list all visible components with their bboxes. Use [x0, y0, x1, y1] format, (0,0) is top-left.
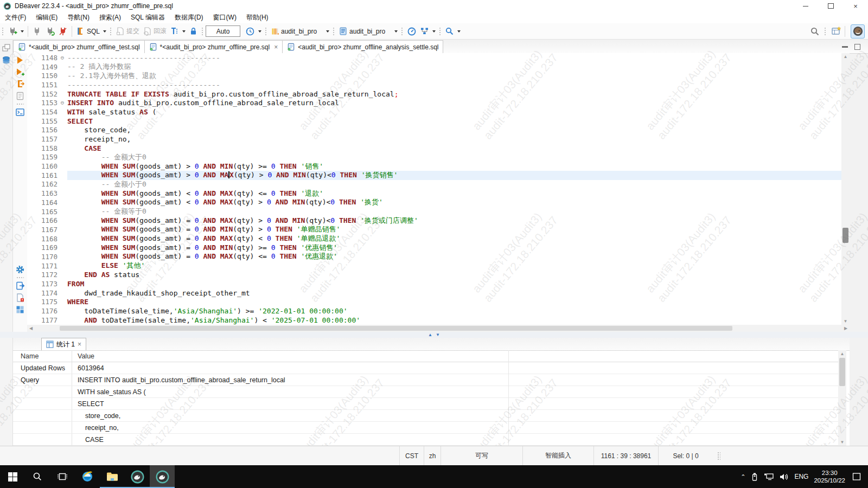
transaction-mode-button[interactable] [168, 25, 181, 37]
save-error-doc-icon[interactable] [15, 293, 25, 303]
fold-marker-icon[interactable]: ⊖ [58, 99, 67, 106]
line-number[interactable]: 1152 [27, 90, 58, 98]
line-number[interactable]: 1173 [27, 280, 58, 288]
usb-tray-icon[interactable] [751, 472, 758, 481]
autocommit-combo[interactable]: Auto [206, 25, 240, 37]
code-line-1154[interactable]: 1154WITH sale_status AS ( [27, 107, 841, 117]
scroll-down-arrow[interactable]: ▼ [841, 318, 850, 325]
line-number[interactable]: 1168 [27, 235, 58, 243]
menu-item-2[interactable]: 导航(N) [62, 12, 94, 23]
col-value[interactable]: Value [72, 350, 838, 362]
sql-code-editor[interactable]: 1148⊖-----------------------------------… [27, 53, 841, 325]
window-close-button[interactable]: × [843, 0, 868, 12]
line-number[interactable]: 1169 [27, 243, 58, 252]
line-number[interactable]: 1148 [27, 54, 58, 62]
fold-marker-icon[interactable]: ⊖ [58, 54, 67, 61]
code-line-1165[interactable]: 1165 -- 金额等于0 [27, 207, 841, 216]
settings-gear-icon[interactable] [15, 265, 25, 274]
editor-tab-2[interactable]: <audit_bi_pro> zhumr_offline_analysis_se… [282, 40, 443, 53]
statusbar-segment-3[interactable]: 智能插入 [522, 446, 593, 465]
sql-editor-dropdown[interactable] [103, 30, 106, 33]
line-number[interactable]: 1149 [27, 63, 58, 71]
code-line-1149[interactable]: 1149-- 2 插入海外数据 [27, 62, 841, 72]
scrollbar-thumb[interactable] [60, 326, 732, 331]
start-button[interactable] [0, 465, 25, 488]
user-avatar-button[interactable] [851, 24, 865, 38]
execution-plan-button[interactable] [418, 25, 431, 37]
code-line-1171[interactable]: 1171 ELSE '其他' [27, 261, 841, 271]
line-number[interactable]: 1172 [27, 271, 58, 279]
ie-button[interactable] [75, 465, 100, 488]
line-number[interactable]: 1167 [27, 226, 58, 234]
menu-item-0[interactable]: 文件(F) [0, 12, 31, 23]
find-dropdown[interactable] [457, 30, 461, 33]
code-line-1176[interactable]: 1176 toDateTime(sale_time,'Asia/Shanghai… [27, 306, 841, 316]
new-connection-button[interactable] [6, 25, 19, 37]
line-number[interactable]: 1164 [27, 198, 58, 207]
scroll-up-arrow[interactable]: ▲ [841, 53, 850, 60]
scrollbar-thumb[interactable] [843, 228, 848, 243]
taskbar-clock[interactable]: 23:30 2025/10/22 [814, 469, 845, 484]
editor-tab-0[interactable]: *<audit_bi_pro> zhumr_offline_test.sql [13, 40, 145, 53]
tab-statistics[interactable]: 统计 1 × [41, 338, 86, 350]
code-line-1166[interactable]: 1166 WHEN SUM(goods_amt) = 0 AND MAX(qty… [27, 216, 841, 225]
line-number[interactable]: 1162 [27, 180, 58, 188]
menu-item-5[interactable]: 数据库(D) [170, 12, 208, 23]
action-center-button[interactable] [851, 471, 863, 483]
dbeaver-taskbar-button[interactable] [125, 465, 150, 488]
restore-pane-icon[interactable] [2, 43, 11, 53]
input-language-indicator[interactable]: ENG [794, 473, 808, 480]
connection-selector[interactable]: audit_bi_pro [269, 26, 318, 37]
quick-search-icon[interactable] [810, 27, 820, 36]
line-number[interactable]: 1156 [27, 126, 58, 134]
line-number[interactable]: 1154 [27, 108, 58, 116]
dashboard-button[interactable] [405, 25, 418, 37]
connect-button[interactable] [30, 25, 43, 37]
scroll-up-arrow[interactable]: ▲ [838, 350, 846, 357]
code-line-1151[interactable]: 1151------------------------------------ [27, 80, 841, 89]
statusbar-segment-5[interactable]: Sel: 0 | 0 [658, 446, 713, 465]
code-line-1162[interactable]: 1162 -- 金额小于0 [27, 180, 841, 189]
line-number[interactable]: 1171 [27, 262, 58, 270]
taskbar-search-button[interactable] [25, 465, 50, 488]
commit-button[interactable]: 提交 [114, 25, 141, 37]
sash-down-arrow[interactable]: ▼ [436, 333, 440, 337]
lock-button[interactable] [187, 25, 200, 37]
stats-row-2[interactable]: WITH sale_status AS ( [13, 386, 838, 398]
close-tab-icon[interactable]: × [274, 43, 278, 51]
code-line-1160[interactable]: 1160 WHEN SUM(goods_amt) > 0 AND MIN(qty… [27, 162, 841, 171]
sash-up-arrow[interactable]: ▲ [428, 333, 432, 337]
execute-script-icon[interactable] [15, 79, 25, 89]
stats-row-5[interactable]: receipt_no, [13, 422, 838, 434]
transaction-dropdown[interactable] [182, 30, 186, 33]
line-number[interactable]: 1176 [27, 307, 58, 315]
terminal-icon[interactable] [15, 107, 25, 117]
line-number[interactable]: 1153 [27, 99, 58, 107]
line-number[interactable]: 1170 [27, 253, 58, 261]
network-tray-icon[interactable] [764, 473, 774, 481]
code-line-1177[interactable]: 1177 AND toDateTime(sale_time,'Asia/Shan… [27, 316, 841, 325]
code-line-1167[interactable]: 1167 WHEN SUM(goods_amt) = 0 AND MIN(qty… [27, 225, 841, 234]
disconnect-button[interactable] [56, 25, 69, 37]
grid-icon[interactable] [15, 305, 25, 314]
new-connection-dropdown[interactable] [21, 30, 24, 33]
line-number[interactable]: 1161 [27, 171, 58, 179]
volume-tray-icon[interactable] [779, 473, 789, 481]
statusbar-segment-1[interactable]: zh [424, 446, 441, 465]
editor-horizontal-scrollbar[interactable]: ◀ ▶ [27, 325, 850, 332]
code-line-1152[interactable]: 1152TRUNCATE TABLE IF EXISTS audit_bi_pr… [27, 89, 841, 99]
history-button[interactable] [244, 25, 257, 37]
window-maximize-button[interactable] [818, 0, 843, 12]
menu-item-4[interactable]: SQL 编辑器 [126, 12, 170, 23]
panel-maximize-button[interactable] [854, 44, 860, 50]
menu-item-6[interactable]: 窗口(W) [208, 12, 241, 23]
code-line-1172[interactable]: 1172 END AS status [27, 271, 841, 280]
code-line-1148[interactable]: 1148⊖-----------------------------------… [27, 53, 841, 62]
editor-vertical-scrollbar[interactable]: ▲ ▼ [841, 53, 850, 325]
line-number[interactable]: 1160 [27, 162, 58, 170]
open-perspective-icon[interactable] [831, 26, 841, 36]
sql-editor-button[interactable]: SQL [74, 25, 101, 37]
code-line-1170[interactable]: 1170 WHEN SUM(goods_amt) = 0 AND MAX(qty… [27, 252, 841, 261]
schema-selector[interactable]: audit_bi_pro [337, 25, 387, 37]
connection-dropdown[interactable] [326, 30, 329, 33]
